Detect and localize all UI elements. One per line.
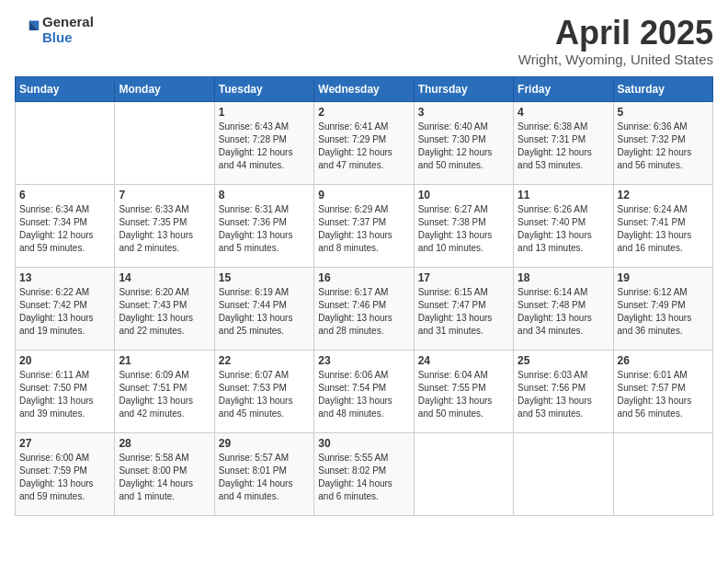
calendar-cell: 30Sunrise: 5:55 AM Sunset: 8:02 PM Dayli… <box>314 432 414 515</box>
calendar-week-row: 13Sunrise: 6:22 AM Sunset: 7:42 PM Dayli… <box>16 267 713 350</box>
calendar-cell: 29Sunrise: 5:57 AM Sunset: 8:01 PM Dayli… <box>214 432 313 515</box>
day-info: Sunrise: 6:15 AM Sunset: 7:47 PM Dayligh… <box>418 286 509 338</box>
day-number: 24 <box>418 354 509 367</box>
day-number: 25 <box>518 354 609 367</box>
calendar-cell: 11Sunrise: 6:26 AM Sunset: 7:40 PM Dayli… <box>514 184 613 267</box>
day-info: Sunrise: 6:20 AM Sunset: 7:43 PM Dayligh… <box>119 286 210 338</box>
calendar-week-row: 1Sunrise: 6:43 AM Sunset: 7:28 PM Daylig… <box>16 101 713 184</box>
day-header-friday: Friday <box>514 76 613 101</box>
day-number: 4 <box>518 106 609 119</box>
day-info: Sunrise: 6:36 AM Sunset: 7:32 PM Dayligh… <box>618 121 709 172</box>
day-number: 5 <box>618 106 709 119</box>
day-number: 8 <box>219 189 310 201</box>
calendar-cell: 24Sunrise: 6:04 AM Sunset: 7:55 PM Dayli… <box>414 350 513 432</box>
day-info: Sunrise: 6:31 AM Sunset: 7:36 PM Dayligh… <box>219 203 310 255</box>
calendar-cell <box>414 432 513 515</box>
day-number: 12 <box>618 189 709 201</box>
day-info: Sunrise: 6:24 AM Sunset: 7:41 PM Dayligh… <box>618 203 709 255</box>
day-info: Sunrise: 6:01 AM Sunset: 7:57 PM Dayligh… <box>618 369 709 420</box>
day-number: 16 <box>318 271 409 284</box>
day-info: Sunrise: 6:11 AM Sunset: 7:50 PM Dayligh… <box>19 369 110 420</box>
calendar-cell: 25Sunrise: 6:03 AM Sunset: 7:56 PM Dayli… <box>514 350 613 432</box>
day-number: 7 <box>119 189 210 201</box>
day-info: Sunrise: 6:06 AM Sunset: 7:54 PM Dayligh… <box>318 369 409 420</box>
day-info: Sunrise: 6:09 AM Sunset: 7:51 PM Dayligh… <box>119 369 210 420</box>
calendar-cell: 6Sunrise: 6:34 AM Sunset: 7:34 PM Daylig… <box>16 184 115 267</box>
logo-icon <box>15 17 40 43</box>
calendar-week-row: 6Sunrise: 6:34 AM Sunset: 7:34 PM Daylig… <box>16 184 713 267</box>
calendar-cell <box>16 101 115 184</box>
day-number: 26 <box>618 354 709 367</box>
day-number: 30 <box>318 437 409 450</box>
day-header-sunday: Sunday <box>16 76 115 101</box>
calendar-container: General Blue April 2025 Wright, Wyoming,… <box>0 0 728 523</box>
day-info: Sunrise: 6:00 AM Sunset: 7:59 PM Dayligh… <box>19 452 110 503</box>
day-number: 19 <box>618 271 709 284</box>
day-header-saturday: Saturday <box>613 76 712 101</box>
calendar-cell: 22Sunrise: 6:07 AM Sunset: 7:53 PM Dayli… <box>214 350 313 432</box>
calendar-table: SundayMondayTuesdayWednesdayThursdayFrid… <box>15 76 713 516</box>
day-number: 2 <box>318 106 409 119</box>
calendar-cell: 20Sunrise: 6:11 AM Sunset: 7:50 PM Dayli… <box>16 350 115 432</box>
calendar-title: April 2025 <box>518 15 713 52</box>
day-number: 6 <box>19 189 110 201</box>
calendar-cell: 12Sunrise: 6:24 AM Sunset: 7:41 PM Dayli… <box>613 184 712 267</box>
calendar-week-row: 27Sunrise: 6:00 AM Sunset: 7:59 PM Dayli… <box>16 432 713 515</box>
calendar-cell: 8Sunrise: 6:31 AM Sunset: 7:36 PM Daylig… <box>214 184 313 267</box>
header: General Blue April 2025 Wright, Wyoming,… <box>15 15 713 67</box>
day-number: 20 <box>19 354 110 367</box>
calendar-week-row: 20Sunrise: 6:11 AM Sunset: 7:50 PM Dayli… <box>16 350 713 432</box>
day-info: Sunrise: 6:22 AM Sunset: 7:42 PM Dayligh… <box>19 286 110 338</box>
day-info: Sunrise: 6:29 AM Sunset: 7:37 PM Dayligh… <box>318 203 409 255</box>
day-info: Sunrise: 5:57 AM Sunset: 8:01 PM Dayligh… <box>219 452 310 503</box>
day-number: 9 <box>318 189 409 201</box>
day-info: Sunrise: 6:14 AM Sunset: 7:48 PM Dayligh… <box>518 286 609 338</box>
day-info: Sunrise: 6:40 AM Sunset: 7:30 PM Dayligh… <box>418 121 509 172</box>
calendar-cell: 7Sunrise: 6:33 AM Sunset: 7:35 PM Daylig… <box>115 184 214 267</box>
calendar-cell: 10Sunrise: 6:27 AM Sunset: 7:38 PM Dayli… <box>414 184 513 267</box>
calendar-cell: 17Sunrise: 6:15 AM Sunset: 7:47 PM Dayli… <box>414 267 513 350</box>
day-header-wednesday: Wednesday <box>314 76 414 101</box>
calendar-cell: 1Sunrise: 6:43 AM Sunset: 7:28 PM Daylig… <box>214 101 313 184</box>
day-number: 21 <box>119 354 210 367</box>
day-number: 11 <box>518 189 609 201</box>
day-number: 23 <box>318 354 409 367</box>
day-info: Sunrise: 6:17 AM Sunset: 7:46 PM Dayligh… <box>318 286 409 338</box>
logo-text: General Blue <box>42 15 94 45</box>
calendar-cell: 19Sunrise: 6:12 AM Sunset: 7:49 PM Dayli… <box>613 267 712 350</box>
calendar-cell <box>613 432 712 515</box>
day-info: Sunrise: 6:26 AM Sunset: 7:40 PM Dayligh… <box>518 203 609 255</box>
calendar-cell: 5Sunrise: 6:36 AM Sunset: 7:32 PM Daylig… <box>613 101 712 184</box>
calendar-cell: 14Sunrise: 6:20 AM Sunset: 7:43 PM Dayli… <box>115 267 214 350</box>
day-header-tuesday: Tuesday <box>214 76 313 101</box>
calendar-cell: 4Sunrise: 6:38 AM Sunset: 7:31 PM Daylig… <box>514 101 613 184</box>
logo-general: General <box>42 15 94 30</box>
day-number: 14 <box>119 271 210 284</box>
calendar-cell: 21Sunrise: 6:09 AM Sunset: 7:51 PM Dayli… <box>115 350 214 432</box>
calendar-cell <box>115 101 214 184</box>
day-number: 22 <box>219 354 310 367</box>
calendar-cell: 16Sunrise: 6:17 AM Sunset: 7:46 PM Dayli… <box>314 267 414 350</box>
title-block: April 2025 Wright, Wyoming, United State… <box>518 15 713 67</box>
calendar-cell: 23Sunrise: 6:06 AM Sunset: 7:54 PM Dayli… <box>314 350 414 432</box>
day-number: 3 <box>418 106 509 119</box>
day-header-thursday: Thursday <box>414 76 513 101</box>
day-info: Sunrise: 6:43 AM Sunset: 7:28 PM Dayligh… <box>219 121 310 172</box>
calendar-cell: 9Sunrise: 6:29 AM Sunset: 7:37 PM Daylig… <box>314 184 414 267</box>
day-info: Sunrise: 6:38 AM Sunset: 7:31 PM Dayligh… <box>518 121 609 172</box>
day-info: Sunrise: 5:58 AM Sunset: 8:00 PM Dayligh… <box>119 452 210 503</box>
day-info: Sunrise: 6:27 AM Sunset: 7:38 PM Dayligh… <box>418 203 509 255</box>
day-header-monday: Monday <box>115 76 214 101</box>
calendar-cell: 28Sunrise: 5:58 AM Sunset: 8:00 PM Dayli… <box>115 432 214 515</box>
day-number: 17 <box>418 271 509 284</box>
day-info: Sunrise: 6:03 AM Sunset: 7:56 PM Dayligh… <box>518 369 609 420</box>
calendar-cell: 15Sunrise: 6:19 AM Sunset: 7:44 PM Dayli… <box>214 267 313 350</box>
calendar-cell: 18Sunrise: 6:14 AM Sunset: 7:48 PM Dayli… <box>514 267 613 350</box>
day-number: 13 <box>19 271 110 284</box>
day-number: 28 <box>119 437 210 450</box>
logo-blue: Blue <box>42 30 94 46</box>
calendar-cell: 2Sunrise: 6:41 AM Sunset: 7:29 PM Daylig… <box>314 101 414 184</box>
day-info: Sunrise: 6:33 AM Sunset: 7:35 PM Dayligh… <box>119 203 210 255</box>
day-info: Sunrise: 6:41 AM Sunset: 7:29 PM Dayligh… <box>318 121 409 172</box>
logo: General Blue <box>15 15 94 45</box>
